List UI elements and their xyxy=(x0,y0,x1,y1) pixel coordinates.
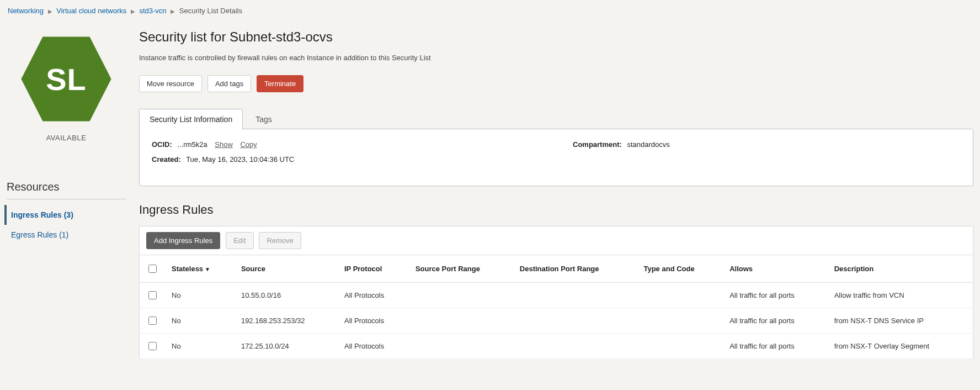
cell-source: 192.168.253.253/32 xyxy=(235,308,338,334)
status-label: AVAILABLE xyxy=(7,134,126,142)
move-resource-button[interactable]: Move resource xyxy=(139,75,202,92)
sidebar-item-ingress[interactable]: Ingress Rules (3) xyxy=(4,205,126,225)
cell-src-port xyxy=(409,283,513,308)
created-label: Created: xyxy=(152,155,181,164)
edit-rule-button[interactable]: Edit xyxy=(226,232,253,249)
badge-letters: SL xyxy=(46,61,87,97)
col-protocol[interactable]: IP Protocol xyxy=(338,255,409,283)
page-subtitle: Instance traffic is controlled by firewa… xyxy=(139,54,973,62)
col-description[interactable]: Description xyxy=(828,255,973,283)
ocid-value: ...rm5k2a xyxy=(177,140,207,149)
ocid-show-link[interactable]: Show xyxy=(215,140,233,149)
cell-source: 172.25.10.0/24 xyxy=(235,334,338,359)
cell-dst-port xyxy=(513,334,637,359)
ingress-rules-table: Stateless▼ Source IP Protocol Source Por… xyxy=(139,255,973,359)
cell-type-code xyxy=(637,334,723,359)
col-src-port[interactable]: Source Port Range xyxy=(409,255,513,283)
row-checkbox[interactable] xyxy=(148,291,157,299)
cell-src-port xyxy=(409,334,513,359)
cell-source: 10.55.0.0/16 xyxy=(235,283,338,308)
terminate-button[interactable]: Terminate xyxy=(257,75,303,92)
row-checkbox[interactable] xyxy=(148,342,157,350)
table-row: No 192.168.253.253/32 All Protocols All … xyxy=(140,308,973,334)
remove-rule-button[interactable]: Remove xyxy=(259,232,301,249)
add-tags-button[interactable]: Add tags xyxy=(207,75,251,92)
ocid-label: OCID: xyxy=(152,140,172,149)
add-ingress-rules-button[interactable]: Add Ingress Rules xyxy=(146,232,220,249)
table-row: No 172.25.10.0/24 All Protocols All traf… xyxy=(140,334,973,359)
breadcrumb-current: Security List Details xyxy=(179,7,242,15)
col-allows[interactable]: Allows xyxy=(723,255,828,283)
cell-desc: Allow traffic from VCN xyxy=(828,283,973,308)
chevron-right-icon: ▶ xyxy=(131,8,135,14)
cell-stateless: No xyxy=(165,334,235,359)
cell-dst-port xyxy=(513,283,637,308)
breadcrumb-link[interactable]: Networking xyxy=(8,7,44,15)
cell-src-port xyxy=(409,308,513,334)
cell-allows: All traffic for all ports xyxy=(723,308,828,334)
cell-type-code xyxy=(637,308,723,334)
chevron-right-icon: ▶ xyxy=(171,8,175,14)
tab-security-list-info[interactable]: Security List Information xyxy=(139,109,243,129)
col-type-code[interactable]: Type and Code xyxy=(637,255,723,283)
row-checkbox[interactable] xyxy=(148,317,157,325)
cell-desc: from NSX-T DNS Service IP xyxy=(828,308,973,334)
rules-toolbar: Add Ingress Rules Edit Remove xyxy=(139,226,973,255)
resource-badge: SL AVAILABLE xyxy=(7,32,126,142)
cell-protocol: All Protocols xyxy=(338,334,409,359)
page-title: Security list for Subnet-std3-ocvs xyxy=(139,29,973,45)
action-bar: Move resource Add tags Terminate xyxy=(139,75,973,92)
cell-allows: All traffic for all ports xyxy=(723,334,828,359)
select-all-checkbox[interactable] xyxy=(148,265,157,273)
col-dst-port[interactable]: Destination Port Range xyxy=(513,255,637,283)
cell-stateless: No xyxy=(165,283,235,308)
col-stateless[interactable]: Stateless▼ xyxy=(165,255,235,283)
breadcrumb-link[interactable]: Virtual cloud networks xyxy=(56,7,126,15)
table-row: No 10.55.0.0/16 All Protocols All traffi… xyxy=(140,283,973,308)
compartment-value: standardocvs xyxy=(627,140,669,149)
ingress-rules-heading: Ingress Rules xyxy=(139,203,973,217)
ocid-copy-link[interactable]: Copy xyxy=(240,140,257,149)
cell-type-code xyxy=(637,283,723,308)
cell-dst-port xyxy=(513,308,637,334)
cell-protocol: All Protocols xyxy=(338,283,409,308)
cell-stateless: No xyxy=(165,308,235,334)
resources-heading: Resources xyxy=(7,181,126,193)
col-source[interactable]: Source xyxy=(235,255,338,283)
cell-allows: All traffic for all ports xyxy=(723,283,828,308)
cell-protocol: All Protocols xyxy=(338,308,409,334)
sidebar-item-egress[interactable]: Egress Rules (1) xyxy=(7,225,126,245)
breadcrumb-link[interactable]: std3-vcn xyxy=(139,7,166,15)
created-value: Tue, May 16, 2023, 10:04:36 UTC xyxy=(186,155,294,164)
chevron-right-icon: ▶ xyxy=(48,8,52,14)
info-panel: OCID: ...rm5k2a Show Copy Created: Tue, … xyxy=(139,129,973,186)
caret-down-icon: ▼ xyxy=(205,266,210,272)
cell-desc: from NSX-T Overlay Segment xyxy=(828,334,973,359)
breadcrumb: Networking ▶ Virtual cloud networks ▶ st… xyxy=(0,0,980,18)
compartment-label: Compartment: xyxy=(573,140,622,149)
tab-tags[interactable]: Tags xyxy=(245,109,283,129)
